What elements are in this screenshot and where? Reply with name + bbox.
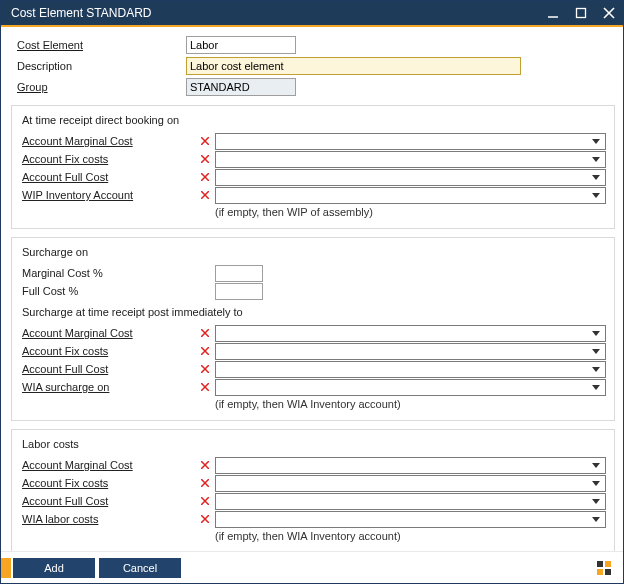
cost-element-input[interactable] — [186, 36, 296, 54]
label-s-acct-fix[interactable]: Account Fix costs — [20, 345, 195, 357]
chevron-down-icon — [589, 494, 603, 509]
group-surcharge: Surcharge on Marginal Cost % Full Cost %… — [11, 237, 615, 421]
svg-marker-12 — [592, 175, 600, 180]
label-acct-fix-costs[interactable]: Account Fix costs — [20, 153, 195, 165]
chevron-down-icon — [589, 362, 603, 377]
label-acct-full-cost[interactable]: Account Full Cost — [20, 171, 195, 183]
combo-s-acct-full[interactable] — [215, 361, 606, 378]
clear-icon[interactable] — [195, 515, 215, 523]
chevron-down-icon — [589, 170, 603, 185]
svg-rect-42 — [597, 569, 603, 575]
chevron-down-icon — [589, 188, 603, 203]
label-wia-surcharge[interactable]: WIA surcharge on — [20, 381, 195, 393]
label-wia-labor[interactable]: WIA labor costs — [20, 513, 195, 525]
combo-l-acct-fix[interactable] — [215, 475, 606, 492]
svg-marker-30 — [592, 463, 600, 468]
label-wip-inventory[interactable]: WIP Inventory Account — [20, 189, 195, 201]
chevron-down-icon — [589, 344, 603, 359]
label-s-acct-full[interactable]: Account Full Cost — [20, 363, 195, 375]
hint-booking: (if empty, then WIP of assembly) — [20, 206, 606, 218]
chevron-down-icon — [589, 476, 603, 491]
chevron-down-icon — [589, 458, 603, 473]
minimize-button[interactable] — [539, 0, 567, 26]
label-acct-marginal-cost[interactable]: Account Marginal Cost — [20, 135, 195, 147]
description-input[interactable] — [186, 57, 521, 75]
section-subtitle-surcharge: Surcharge at time receipt post immediate… — [20, 306, 606, 318]
footer: Add Cancel — [1, 551, 623, 583]
svg-marker-15 — [592, 193, 600, 198]
combo-s-acct-fix[interactable] — [215, 343, 606, 360]
svg-rect-41 — [605, 561, 611, 567]
content-scroll[interactable]: Cost Element Description Group At time r… — [1, 27, 623, 551]
clear-icon[interactable] — [195, 347, 215, 355]
svg-marker-36 — [592, 499, 600, 504]
clear-icon[interactable] — [195, 479, 215, 487]
svg-marker-9 — [592, 157, 600, 162]
hint-labor: (if empty, then WIA Inventory account) — [20, 530, 606, 542]
clear-icon[interactable] — [195, 191, 215, 199]
combo-l-acct-full[interactable] — [215, 493, 606, 510]
chevron-down-icon — [589, 152, 603, 167]
svg-marker-18 — [592, 331, 600, 336]
close-button[interactable] — [595, 0, 623, 26]
svg-marker-24 — [592, 367, 600, 372]
group-labor: Labor costs Account Marginal Cost Accoun… — [11, 429, 615, 551]
svg-rect-1 — [577, 9, 586, 18]
hint-surcharge: (if empty, then WIA Inventory account) — [20, 398, 606, 410]
group-direct-booking: At time receipt direct booking on Accoun… — [11, 105, 615, 229]
clear-icon[interactable] — [195, 365, 215, 373]
section-title-booking: At time receipt direct booking on — [20, 114, 606, 126]
svg-marker-6 — [592, 139, 600, 144]
clear-icon[interactable] — [195, 383, 215, 391]
combo-s-acct-marginal[interactable] — [215, 325, 606, 342]
chevron-down-icon — [589, 380, 603, 395]
window-title: Cost Element STANDARD — [11, 6, 539, 20]
chevron-down-icon — [589, 134, 603, 149]
combo-wip-inventory[interactable] — [215, 187, 606, 204]
footer-accent — [1, 558, 11, 578]
body: Cost Element Description Group At time r… — [1, 27, 623, 551]
section-title-labor: Labor costs — [20, 438, 606, 450]
section-title-surcharge: Surcharge on — [20, 246, 606, 258]
chevron-down-icon — [589, 512, 603, 527]
label-full-pct: Full Cost % — [20, 285, 215, 297]
cancel-button[interactable]: Cancel — [99, 558, 181, 578]
titlebar: Cost Element STANDARD — [1, 1, 623, 27]
clear-icon[interactable] — [195, 155, 215, 163]
clear-icon[interactable] — [195, 137, 215, 145]
combo-wia-labor[interactable] — [215, 511, 606, 528]
clear-icon[interactable] — [195, 461, 215, 469]
group-input[interactable] — [186, 78, 296, 96]
clear-icon[interactable] — [195, 497, 215, 505]
label-l-acct-full[interactable]: Account Full Cost — [20, 495, 195, 507]
add-button[interactable]: Add — [13, 558, 95, 578]
combo-acct-marginal-cost[interactable] — [215, 133, 606, 150]
svg-marker-33 — [592, 481, 600, 486]
label-l-acct-marginal[interactable]: Account Marginal Cost — [20, 459, 195, 471]
svg-rect-40 — [597, 561, 603, 567]
combo-acct-fix-costs[interactable] — [215, 151, 606, 168]
input-marginal-pct[interactable] — [215, 265, 263, 282]
maximize-button[interactable] — [567, 0, 595, 26]
svg-marker-39 — [592, 517, 600, 522]
label-marginal-pct: Marginal Cost % — [20, 267, 215, 279]
clear-icon[interactable] — [195, 329, 215, 337]
description-label: Description — [11, 60, 186, 72]
window: Cost Element STANDARD Cost Element Descr… — [0, 0, 624, 584]
combo-acct-full-cost[interactable] — [215, 169, 606, 186]
svg-rect-43 — [605, 569, 611, 575]
label-s-acct-marginal[interactable]: Account Marginal Cost — [20, 327, 195, 339]
label-l-acct-fix[interactable]: Account Fix costs — [20, 477, 195, 489]
group-label[interactable]: Group — [11, 81, 186, 93]
chevron-down-icon — [589, 326, 603, 341]
expand-icon[interactable] — [595, 559, 613, 577]
svg-marker-21 — [592, 349, 600, 354]
combo-wia-surcharge[interactable] — [215, 379, 606, 396]
cost-element-label[interactable]: Cost Element — [11, 39, 186, 51]
clear-icon[interactable] — [195, 173, 215, 181]
svg-marker-27 — [592, 385, 600, 390]
combo-l-acct-marginal[interactable] — [215, 457, 606, 474]
input-full-pct[interactable] — [215, 283, 263, 300]
